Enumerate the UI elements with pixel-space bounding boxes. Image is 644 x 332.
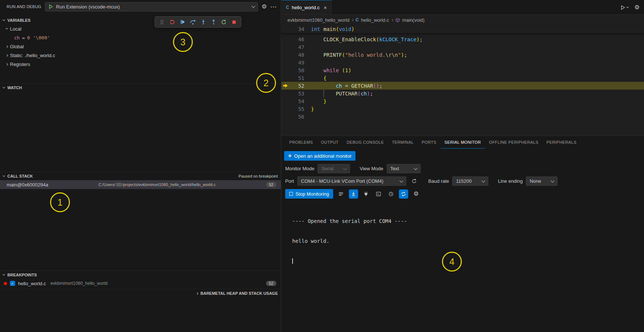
breakpoints-title: BREAKPOINTS <box>7 273 37 277</box>
sticky-scroll-line[interactable]: 34 int main(void) <box>282 25 644 33</box>
breakpoint-dot-icon <box>4 282 7 285</box>
step-into-icon[interactable] <box>199 18 208 27</box>
view-mode-select[interactable]: Text <box>387 164 421 173</box>
panel-tab-terminal[interactable]: TERMINAL <box>388 136 418 148</box>
watch-title: WATCH <box>7 85 22 90</box>
code-line-55[interactable]: 55} <box>282 105 644 113</box>
c-file-icon: C <box>355 17 359 22</box>
breadcrumb-symbol[interactable]: main(void) <box>402 17 425 23</box>
serial-output[interactable]: ---- Opened the serial port COM4 ---- he… <box>292 205 644 277</box>
panel-tab-ports[interactable]: PORTS <box>418 136 440 148</box>
stop-icon <box>289 192 293 196</box>
chevron-right-icon <box>6 54 8 56</box>
step-out-icon[interactable] <box>209 18 218 27</box>
clear-output-icon[interactable] <box>336 189 346 199</box>
code-line-53[interactable]: 53 PUTCHAR(ch); <box>282 90 644 97</box>
toggle-autoscroll-icon[interactable] <box>349 189 358 199</box>
more-actions-icon[interactable]: ··· <box>270 4 277 10</box>
panel-tab-output[interactable]: OUTPUT <box>317 136 343 148</box>
frame-path: C:/Users/ /projects/evkbmimxrt1060_hello… <box>99 182 216 187</box>
scope-label: Static: ./hello_world.c <box>10 53 55 58</box>
serial-settings-gear-icon[interactable]: ⚙ <box>411 189 421 199</box>
timestamp-icon[interactable] <box>386 189 396 199</box>
code-line-54[interactable]: 54 } <box>282 97 644 105</box>
terminal-icon[interactable] <box>374 189 383 199</box>
auto-reconnect-icon[interactable] <box>399 189 408 199</box>
breadcrumb-file[interactable]: hello_world.c <box>361 17 389 23</box>
breakpoints-header[interactable]: BREAKPOINTS <box>0 271 281 279</box>
variables-title: VARIABLES <box>7 18 31 22</box>
variables-scope-global[interactable]: Global <box>0 42 281 51</box>
stop-icon[interactable] <box>230 18 238 27</box>
stop-monitoring-button[interactable]: Stop Monitoring <box>285 189 333 199</box>
continue-icon[interactable] <box>178 18 187 27</box>
plug-icon[interactable] <box>361 189 371 199</box>
line-number: 54 <box>289 98 304 104</box>
variables-scope-static[interactable]: Static: ./hello_world.c <box>0 51 281 60</box>
code-line-46[interactable]: 46 CLOCK_EnableClock(kCLOCK_Trace); <box>282 35 644 43</box>
breakpoint-item[interactable]: ✓ hello_world.c evkbmimxrt1060_hello_wor… <box>0 279 281 288</box>
monitor-mode-select[interactable]: Serial <box>318 164 350 173</box>
code-line-51[interactable]: 51 { <box>282 74 644 82</box>
panel-tab-debug-console[interactable]: DEBUG CONSOLE <box>343 136 388 148</box>
call-stack-frame[interactable]: main@0x6000294a C:/Users/ /projects/evkb… <box>0 180 281 189</box>
launch-config-select[interactable]: Run Extension (vscode-mcux) <box>45 2 258 11</box>
view-mode-label: View Mode <box>360 166 383 171</box>
breakpoint-checkbox[interactable]: ✓ <box>10 281 15 286</box>
restart-icon[interactable] <box>219 18 228 27</box>
debug-settings-gear-icon[interactable]: ⚙ <box>262 4 267 10</box>
baud-rate-value: 115200 <box>456 178 471 184</box>
watch-header[interactable]: WATCH <box>0 84 281 92</box>
panel-tabs: PROBLEMSOUTPUTDEBUG CONSOLETERMINALPORTS… <box>282 136 644 148</box>
line-ending-select[interactable]: None <box>526 177 558 186</box>
panel-tab-offline-peripherals[interactable]: OFFLINE PERIPHERALS <box>485 136 542 148</box>
baremetal-header[interactable]: BAREMETAL HEAP AND STACK USAGE <box>0 289 281 297</box>
baremetal-section: BAREMETAL HEAP AND STACK USAGE <box>0 289 281 297</box>
code-text: while (1) <box>311 67 351 73</box>
code-line-47[interactable]: 47 <box>282 43 644 51</box>
reset-icon[interactable] <box>168 18 177 27</box>
breadcrumb-folder[interactable]: evkbmimxrt1060_hello_world <box>287 17 349 23</box>
port-select[interactable]: COM4 - MCU-Link VCom Port (COM4) <box>297 177 406 186</box>
watch-section: WATCH <box>0 83 281 92</box>
call-stack-header[interactable]: CALL STACK Paused on breakpoint <box>0 172 281 180</box>
line-number: 48 <box>289 52 304 58</box>
variable-ch[interactable]: ch = 0 '\000' <box>0 33 281 42</box>
port-value: COM4 - MCU-Link VCom Port (COM4) <box>301 178 383 184</box>
tab-close-icon[interactable]: × <box>324 4 327 11</box>
breadcrumb: evkbmimxrt1060_hello_world C hello_world… <box>282 15 644 25</box>
chevron-right-icon <box>6 45 8 48</box>
code-text: } <box>311 106 314 112</box>
debug-toolbar <box>155 16 241 28</box>
code-line-50[interactable]: 50 while (1) <box>282 66 644 74</box>
code-text: { <box>311 75 326 81</box>
panel-tab-problems[interactable]: PROBLEMS <box>285 136 317 148</box>
bottom-panel: PROBLEMSOUTPUTDEBUG CONSOLETERMINALPORTS… <box>282 136 644 332</box>
step-over-icon[interactable] <box>188 18 197 27</box>
tab-hello-world-c[interactable]: C hello_world.c × <box>282 0 332 14</box>
refresh-ports-icon[interactable] <box>410 177 419 186</box>
breakpoint-arrow-margin[interactable] <box>282 83 289 88</box>
drag-handle-icon[interactable] <box>158 18 166 27</box>
chevron-right-icon <box>196 292 198 294</box>
code-line-56[interactable]: 56 <box>282 113 644 120</box>
line-number: 56 <box>289 114 304 120</box>
panel-tab-peripherals[interactable]: PERIPHERALS <box>542 136 580 148</box>
monitor-mode-row: Monitor Mode Serial View Mode Text <box>284 164 644 173</box>
serial-toolbar-row: Stop Monitoring ⚙ <box>284 189 644 199</box>
line-ending-label: Line ending <box>498 178 523 184</box>
editor-settings-gear-icon[interactable]: ⚙ <box>634 4 640 10</box>
line-number: 55 <box>289 106 304 112</box>
redacted-username <box>116 183 121 186</box>
variable-name: ch <box>14 35 20 41</box>
code-line-48[interactable]: 48 PRINTF("hello world.\r\n"); <box>282 51 644 59</box>
run-or-debug-button[interactable] <box>620 5 629 10</box>
code-line-52[interactable]: 52 ch = GETCHAR(); <box>282 82 644 90</box>
open-additional-monitor-button[interactable]: + Open an additional monitor <box>284 151 355 161</box>
baud-rate-select[interactable]: 115200 <box>452 177 488 186</box>
variables-scope-registers[interactable]: Registers <box>0 60 281 69</box>
code-line-49[interactable]: 49 <box>282 59 644 66</box>
panel-tab-serial-monitor[interactable]: SERIAL MONITOR <box>440 136 485 148</box>
serial-output-line: ---- Opened the serial port COM4 ---- <box>292 218 644 224</box>
baremetal-title: BAREMETAL HEAP AND STACK USAGE <box>201 291 278 296</box>
